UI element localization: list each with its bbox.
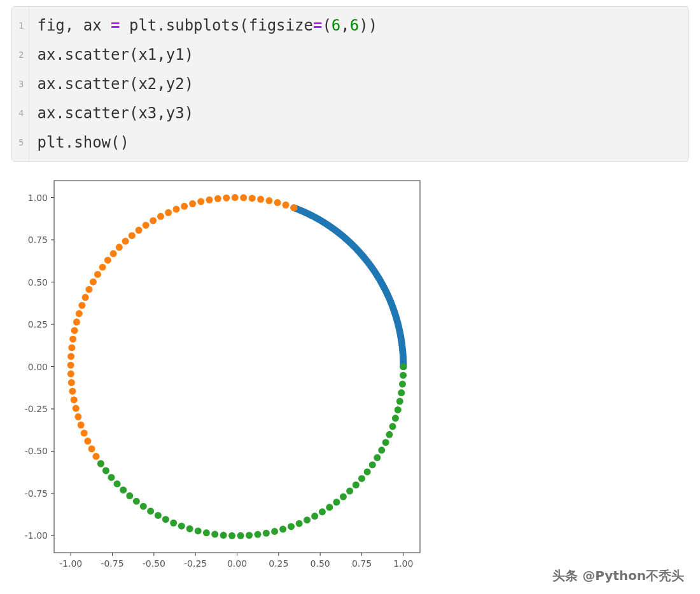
data-point [74, 413, 81, 420]
x-tick-label: 0.75 [352, 558, 372, 569]
data-point [369, 461, 376, 468]
line-number: 5 [18, 128, 24, 157]
code-token: ax.scatter(x1,y1) [37, 46, 193, 64]
data-point [326, 504, 333, 511]
data-point [71, 396, 78, 403]
data-point [78, 422, 85, 429]
data-point [392, 415, 399, 422]
code-token: = [111, 17, 120, 34]
data-point [170, 520, 177, 527]
data-point [69, 336, 76, 343]
data-point [155, 512, 162, 519]
data-point [374, 454, 381, 461]
data-point [110, 250, 117, 257]
data-point [386, 431, 393, 438]
x-tick-label: 0.25 [269, 558, 288, 569]
plot-frame [54, 181, 420, 553]
data-point [97, 460, 104, 467]
code-content: fig, ax = plt.subplots(figsize=(6,6))ax.… [29, 7, 385, 161]
chart-svg: -1.00-0.75-0.50-0.250.000.250.500.751.00… [10, 171, 433, 578]
x-tick-label: 0.00 [227, 558, 247, 569]
data-point [279, 526, 286, 533]
data-point [400, 372, 407, 379]
code-line: plt.show() [37, 128, 377, 157]
y-tick-label: -0.25 [25, 404, 48, 414]
series-x1,y1 [290, 204, 407, 370]
y-tick-label: 0.50 [28, 277, 48, 287]
code-token: ( [322, 17, 331, 34]
data-point [69, 388, 76, 395]
data-point [67, 370, 74, 377]
data-point [126, 492, 133, 499]
y-tick-label: 1.00 [28, 193, 48, 203]
code-token: 6 [350, 17, 359, 34]
data-point [150, 217, 157, 224]
data-point [232, 194, 239, 201]
x-tick-label: 0.50 [311, 558, 330, 569]
data-point [88, 445, 95, 452]
data-point [283, 202, 290, 209]
data-point [197, 198, 204, 205]
x-tick-label: -0.50 [143, 558, 165, 569]
data-point [358, 475, 365, 482]
x-tick-label: 1.00 [393, 558, 413, 569]
data-point [240, 194, 247, 201]
scatter-chart: -1.00-0.75-0.50-0.250.000.250.500.751.00… [10, 171, 700, 578]
x-tick-label: -0.75 [101, 558, 123, 569]
line-number: 4 [18, 99, 24, 128]
data-point [162, 516, 169, 523]
data-point [120, 487, 127, 494]
data-point [68, 379, 75, 386]
data-point [346, 488, 353, 495]
line-number: 2 [18, 40, 24, 69]
y-tick-label: -0.50 [25, 446, 48, 456]
y-tick-label: -0.75 [25, 488, 48, 499]
x-tick-label: -0.25 [184, 558, 207, 569]
data-point [122, 238, 129, 245]
data-point [396, 398, 403, 405]
data-point [90, 279, 97, 286]
data-point [237, 532, 244, 539]
code-token: fig, ax [37, 17, 111, 34]
data-point [71, 327, 78, 334]
data-point [143, 222, 150, 229]
data-point [67, 353, 74, 360]
code-line: ax.scatter(x3,y3) [37, 99, 377, 128]
data-point [319, 508, 326, 515]
data-point [178, 523, 185, 530]
data-point [311, 513, 318, 520]
data-point [203, 529, 210, 536]
data-point [211, 531, 218, 538]
data-point [399, 380, 406, 387]
data-point [263, 530, 270, 537]
data-point [73, 405, 80, 412]
data-point [76, 310, 83, 317]
data-point [254, 531, 261, 538]
data-point [133, 498, 140, 505]
series-x3,y3 [97, 363, 407, 539]
data-point [382, 439, 389, 446]
series-x2,y2 [67, 194, 298, 467]
code-gutter: 12345 [12, 7, 29, 161]
data-point [249, 195, 256, 202]
code-token: )) [359, 17, 377, 34]
data-point [94, 271, 101, 278]
data-point [165, 209, 172, 216]
code-block: 12345 fig, ax = plt.subplots(figsize=(6,… [11, 6, 689, 162]
data-point [84, 438, 91, 445]
data-point [206, 197, 213, 204]
code-line: ax.scatter(x2,y2) [37, 69, 377, 99]
data-point [296, 520, 303, 527]
data-point [274, 199, 281, 206]
data-point [81, 430, 88, 437]
line-number: 1 [18, 11, 24, 40]
data-point [116, 244, 123, 251]
code-token: ax.scatter(x2,y2) [37, 75, 193, 93]
data-point [353, 481, 360, 488]
data-point [82, 294, 89, 301]
data-point [389, 423, 396, 430]
data-point [186, 525, 193, 532]
data-point [265, 197, 272, 204]
data-point [136, 226, 143, 233]
line-number: 3 [18, 69, 24, 99]
